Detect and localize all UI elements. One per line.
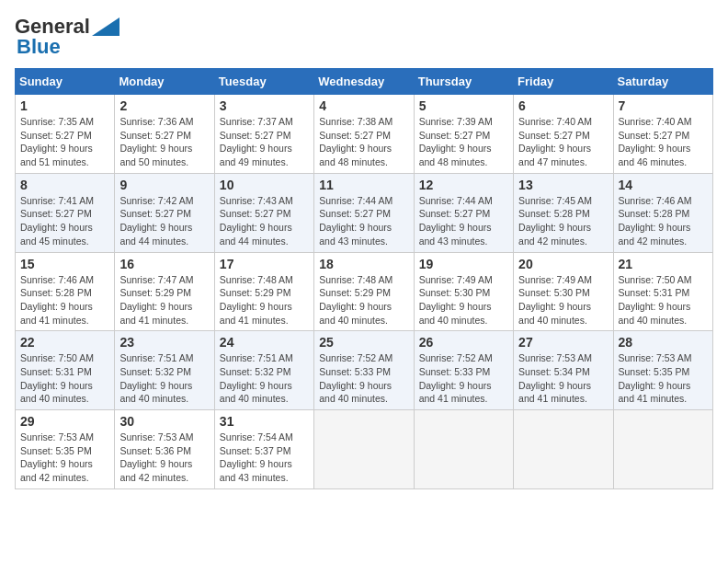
day-number: 5 [419,98,508,113]
day-info: Sunrise: 7:35 AMSunset: 5:27 PMDaylight:… [20,115,109,169]
day-info: Sunrise: 7:54 AMSunset: 5:37 PMDaylight:… [220,431,309,485]
svg-marker-0 [92,17,119,36]
calendar-cell [514,410,613,489]
calendar-week-row: 8Sunrise: 7:41 AMSunset: 5:27 PMDaylight… [16,173,713,252]
calendar-cell: 8Sunrise: 7:41 AMSunset: 5:27 PMDaylight… [16,173,115,252]
calendar-cell: 5Sunrise: 7:39 AMSunset: 5:27 PMDaylight… [414,95,513,174]
calendar-cell: 13Sunrise: 7:45 AMSunset: 5:28 PMDayligh… [514,173,613,252]
calendar-cell: 17Sunrise: 7:48 AMSunset: 5:29 PMDayligh… [214,252,313,331]
weekday-header-tuesday: Tuesday [214,69,313,95]
day-info: Sunrise: 7:49 AMSunset: 5:30 PMDaylight:… [518,273,608,327]
day-info: Sunrise: 7:37 AMSunset: 5:27 PMDaylight:… [220,115,309,169]
calendar-week-row: 1Sunrise: 7:35 AMSunset: 5:27 PMDaylight… [16,95,713,174]
calendar-cell [314,410,414,489]
day-info: Sunrise: 7:53 AMSunset: 5:36 PMDaylight:… [119,431,209,485]
calendar-cell: 6Sunrise: 7:40 AMSunset: 5:27 PMDaylight… [514,95,613,174]
day-number: 3 [220,98,309,113]
calendar-cell: 19Sunrise: 7:49 AMSunset: 5:30 PMDayligh… [414,252,513,331]
day-info: Sunrise: 7:45 AMSunset: 5:28 PMDaylight:… [518,194,608,248]
day-number: 4 [319,98,408,113]
day-number: 20 [518,257,608,271]
day-info: Sunrise: 7:44 AMSunset: 5:27 PMDaylight:… [419,194,508,248]
calendar-cell: 21Sunrise: 7:50 AMSunset: 5:31 PMDayligh… [613,252,712,331]
day-info: Sunrise: 7:40 AMSunset: 5:27 PMDaylight:… [518,115,608,169]
day-info: Sunrise: 7:41 AMSunset: 5:27 PMDaylight:… [20,194,109,248]
calendar-cell: 2Sunrise: 7:36 AMSunset: 5:27 PMDaylight… [115,95,214,174]
day-info: Sunrise: 7:48 AMSunset: 5:29 PMDaylight:… [319,273,408,327]
day-number: 14 [619,178,708,192]
day-number: 7 [619,98,708,113]
day-number: 10 [220,178,309,192]
day-number: 9 [119,178,209,192]
day-number: 24 [220,335,309,350]
day-number: 28 [619,335,708,350]
day-info: Sunrise: 7:46 AMSunset: 5:28 PMDaylight:… [619,194,708,248]
calendar-cell: 29Sunrise: 7:53 AMSunset: 5:35 PMDayligh… [16,410,115,489]
day-info: Sunrise: 7:42 AMSunset: 5:27 PMDaylight:… [119,194,209,248]
day-info: Sunrise: 7:44 AMSunset: 5:27 PMDaylight:… [319,194,408,248]
day-info: Sunrise: 7:46 AMSunset: 5:28 PMDaylight:… [20,273,109,327]
calendar-week-row: 15Sunrise: 7:46 AMSunset: 5:28 PMDayligh… [16,252,713,331]
day-number: 13 [518,178,608,192]
weekday-header-monday: Monday [115,69,214,95]
calendar-cell: 12Sunrise: 7:44 AMSunset: 5:27 PMDayligh… [414,173,513,252]
day-number: 15 [20,257,109,271]
logo-blue: Blue [17,35,61,59]
calendar-cell: 28Sunrise: 7:53 AMSunset: 5:35 PMDayligh… [613,331,712,410]
day-number: 27 [518,335,608,350]
day-info: Sunrise: 7:40 AMSunset: 5:27 PMDaylight:… [619,115,708,169]
day-number: 8 [20,178,109,192]
weekday-header-friday: Friday [514,69,613,95]
calendar-cell: 9Sunrise: 7:42 AMSunset: 5:27 PMDaylight… [115,173,214,252]
weekday-header-saturday: Saturday [613,69,712,95]
day-number: 18 [319,257,408,271]
calendar-cell: 14Sunrise: 7:46 AMSunset: 5:28 PMDayligh… [613,173,712,252]
calendar-cell: 20Sunrise: 7:49 AMSunset: 5:30 PMDayligh… [514,252,613,331]
weekday-header-thursday: Thursday [414,69,513,95]
day-info: Sunrise: 7:36 AMSunset: 5:27 PMDaylight:… [119,115,209,169]
calendar-table: SundayMondayTuesdayWednesdayThursdayFrid… [15,68,713,489]
day-number: 1 [20,98,109,113]
calendar-cell [613,410,712,489]
day-number: 29 [20,414,109,429]
day-info: Sunrise: 7:53 AMSunset: 5:35 PMDaylight:… [20,431,109,485]
day-number: 30 [119,414,209,429]
day-number: 22 [20,335,109,350]
calendar-cell: 3Sunrise: 7:37 AMSunset: 5:27 PMDaylight… [214,95,313,174]
logo-icon [92,17,119,36]
calendar-cell: 31Sunrise: 7:54 AMSunset: 5:37 PMDayligh… [214,410,313,489]
day-number: 11 [319,178,408,192]
calendar-cell: 15Sunrise: 7:46 AMSunset: 5:28 PMDayligh… [16,252,115,331]
calendar-week-row: 29Sunrise: 7:53 AMSunset: 5:35 PMDayligh… [16,410,713,489]
day-number: 21 [619,257,708,271]
logo: General Blue [15,15,119,59]
day-info: Sunrise: 7:52 AMSunset: 5:33 PMDaylight:… [319,351,408,406]
day-number: 23 [119,335,209,350]
weekday-header-wednesday: Wednesday [314,69,414,95]
calendar-cell: 1Sunrise: 7:35 AMSunset: 5:27 PMDaylight… [16,95,115,174]
day-info: Sunrise: 7:51 AMSunset: 5:32 PMDaylight:… [220,351,309,406]
day-info: Sunrise: 7:50 AMSunset: 5:31 PMDaylight:… [20,351,109,406]
day-number: 19 [419,257,508,271]
day-number: 31 [220,414,309,429]
day-number: 12 [419,178,508,192]
day-info: Sunrise: 7:48 AMSunset: 5:29 PMDaylight:… [220,273,309,327]
calendar-cell: 23Sunrise: 7:51 AMSunset: 5:32 PMDayligh… [115,331,214,410]
day-number: 2 [119,98,209,113]
day-info: Sunrise: 7:53 AMSunset: 5:34 PMDaylight:… [518,351,608,406]
calendar-cell: 18Sunrise: 7:48 AMSunset: 5:29 PMDayligh… [314,252,414,331]
day-info: Sunrise: 7:43 AMSunset: 5:27 PMDaylight:… [220,194,309,248]
day-info: Sunrise: 7:38 AMSunset: 5:27 PMDaylight:… [319,115,408,169]
weekday-header-row: SundayMondayTuesdayWednesdayThursdayFrid… [16,69,713,95]
day-info: Sunrise: 7:50 AMSunset: 5:31 PMDaylight:… [619,273,708,327]
calendar-cell: 27Sunrise: 7:53 AMSunset: 5:34 PMDayligh… [514,331,613,410]
calendar-cell: 16Sunrise: 7:47 AMSunset: 5:29 PMDayligh… [115,252,214,331]
calendar-cell: 25Sunrise: 7:52 AMSunset: 5:33 PMDayligh… [314,331,414,410]
calendar-cell: 11Sunrise: 7:44 AMSunset: 5:27 PMDayligh… [314,173,414,252]
calendar-cell: 26Sunrise: 7:52 AMSunset: 5:33 PMDayligh… [414,331,513,410]
day-info: Sunrise: 7:39 AMSunset: 5:27 PMDaylight:… [419,115,508,169]
day-number: 26 [419,335,508,350]
calendar-cell: 24Sunrise: 7:51 AMSunset: 5:32 PMDayligh… [214,331,313,410]
day-info: Sunrise: 7:53 AMSunset: 5:35 PMDaylight:… [619,351,708,406]
calendar-cell: 7Sunrise: 7:40 AMSunset: 5:27 PMDaylight… [613,95,712,174]
